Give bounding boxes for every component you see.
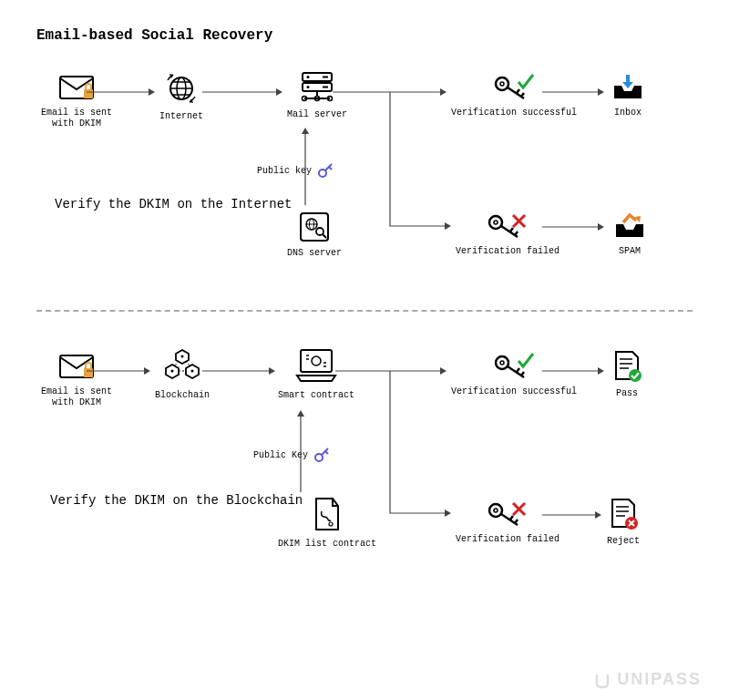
section-divider (36, 310, 693, 312)
arrow (542, 88, 604, 97)
svg-marker-47 (276, 88, 282, 96)
svg-line-43 (329, 167, 332, 170)
svg-point-60 (171, 370, 174, 373)
svg-point-71 (496, 356, 508, 369)
svg-line-75 (521, 372, 524, 376)
svg-point-94 (315, 454, 323, 461)
svg-point-66 (312, 356, 321, 365)
label-email-bottom: Email is sent with DKIM (41, 386, 112, 408)
label-success-top: Verification successful (451, 108, 577, 118)
label-fail-bottom: Verification failed (456, 534, 560, 545)
svg-point-41 (319, 170, 326, 177)
svg-marker-45 (149, 88, 155, 96)
brand-text: UNIPASS (617, 670, 702, 689)
label-contract: Smart contract (278, 390, 354, 401)
pubkey-top: Public key (257, 162, 334, 179)
globe-icon (164, 71, 199, 106)
caption-bottom: Verify the DKIM on the Blockchain (50, 492, 303, 509)
pubkey-bottom: Public Key (253, 447, 330, 463)
svg-point-12 (307, 86, 310, 88)
svg-point-11 (307, 76, 310, 78)
svg-line-37 (515, 232, 518, 235)
svg-point-21 (500, 82, 504, 86)
svg-line-96 (325, 451, 328, 454)
svg-marker-104 (598, 367, 604, 375)
dns-icon (297, 210, 332, 242)
arrow (87, 366, 150, 376)
arrow (87, 88, 155, 97)
blockchain-icon (163, 348, 201, 385)
arrow (202, 88, 282, 97)
label-email-top: Email is sent with DKIM (41, 108, 112, 129)
svg-marker-98 (144, 367, 150, 375)
svg-point-82 (494, 509, 498, 512)
spam-icon (612, 211, 647, 241)
svg-point-34 (494, 221, 498, 224)
svg-marker-105 (445, 510, 451, 517)
label-blockchain: Blockchain (155, 390, 210, 401)
svg-line-74 (517, 368, 519, 372)
svg-marker-51 (598, 88, 604, 96)
node-reject: Reject (607, 498, 640, 547)
svg-line-36 (510, 228, 513, 232)
svg-point-31 (316, 228, 323, 235)
brand-watermark: UNIPASS (593, 670, 702, 689)
node-pass: Pass (611, 350, 643, 399)
svg-point-20 (496, 77, 508, 90)
node-dns: DNS server (287, 210, 342, 259)
svg-point-33 (489, 216, 502, 229)
svg-point-79 (629, 369, 642, 382)
node-email-bottom: Email is sent with DKIM (41, 354, 112, 408)
label-mailserver: Mail server (287, 109, 347, 120)
key-icon (313, 447, 330, 463)
arrow (542, 510, 601, 520)
label-internet: Internet (159, 111, 203, 122)
key-x-icon (485, 211, 530, 241)
caption-top: Verify the DKIM on the Internet (55, 196, 292, 212)
svg-line-32 (323, 234, 326, 238)
svg-rect-65 (301, 350, 332, 372)
svg-point-80 (329, 522, 333, 526)
label-fail-top: Verification failed (456, 246, 560, 257)
svg-point-72 (500, 361, 504, 365)
label-spam: SPAM (612, 246, 647, 257)
label-pass: Pass (611, 388, 643, 399)
node-inbox: Inbox (611, 73, 645, 118)
svg-line-84 (510, 516, 513, 520)
arrow (202, 366, 275, 376)
svg-line-23 (517, 89, 519, 93)
label-inbox: Inbox (611, 108, 645, 118)
key-x-icon (485, 499, 530, 529)
diagram-title: Email-based Social Recovery (36, 27, 693, 44)
key-icon (317, 162, 334, 179)
server-icon (299, 71, 335, 104)
doc-x-icon (607, 498, 640, 530)
svg-line-24 (521, 93, 524, 97)
svg-line-85 (515, 520, 518, 523)
contract-doc-icon (311, 497, 344, 533)
inbox-icon (611, 73, 645, 102)
svg-marker-26 (622, 82, 633, 88)
arrow-up (296, 410, 305, 492)
label-dkimlist: DKIM list contract (278, 539, 376, 550)
svg-line-63 (186, 361, 190, 365)
node-fail-top: Verification failed (456, 211, 560, 257)
svg-point-61 (191, 370, 194, 373)
doc-check-icon (611, 350, 643, 383)
key-check-icon (491, 73, 537, 102)
key-check-icon (491, 352, 537, 381)
laptop-contract-icon (293, 346, 339, 385)
svg-point-59 (181, 355, 184, 358)
label-reject: Reject (607, 536, 640, 547)
svg-marker-54 (598, 223, 604, 231)
svg-marker-109 (297, 410, 304, 417)
node-spam: SPAM (612, 211, 647, 257)
svg-marker-100 (269, 367, 275, 375)
svg-line-62 (175, 361, 179, 365)
svg-point-81 (489, 504, 502, 517)
node-internet: Internet (159, 71, 203, 122)
arrow-up (301, 128, 310, 205)
arrow-branch (390, 92, 454, 234)
svg-marker-56 (302, 128, 309, 134)
node-email-top: Email is sent with DKIM (41, 75, 112, 129)
